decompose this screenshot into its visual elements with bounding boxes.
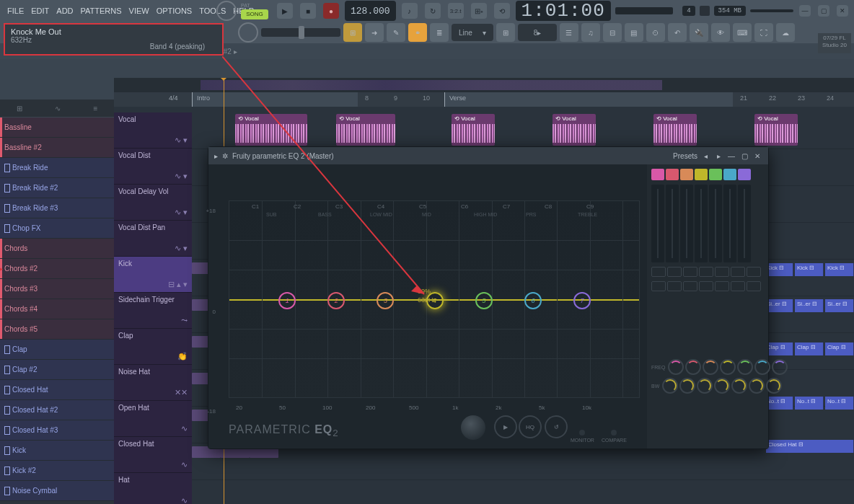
main-volume-knob[interactable]: [216, 1, 237, 21]
mixer-icon[interactable]: ⊟: [603, 23, 622, 42]
pattern-clip[interactable]: Clap ⊟: [825, 342, 854, 355]
audio-clip[interactable]: ⟲ Vocal: [235, 114, 307, 146]
paint-icon[interactable]: ✎: [387, 23, 405, 42]
eq-titlebar[interactable]: ▸ ✲ Fruity parametric EQ 2 (Master) Pres…: [208, 147, 768, 164]
playlist-button[interactable]: ⊞: [343, 23, 362, 42]
marker[interactable]: Intro: [192, 92, 358, 107]
menu-options[interactable]: OPTIONS: [154, 6, 195, 15]
rack-mode-switch[interactable]: ⊞∿≡: [0, 100, 114, 117]
band-type-button[interactable]: [666, 169, 679, 180]
eq-band-1[interactable]: 1: [278, 292, 296, 309]
band-knob[interactable]: [772, 359, 788, 375]
freq-knob-row[interactable]: [668, 359, 789, 375]
pattern-clip[interactable]: Kick ⊟: [765, 263, 793, 276]
band-gain-slider[interactable]: [709, 185, 722, 262]
rack-item[interactable]: Closed Hat #2: [0, 400, 114, 420]
stop-button[interactable]: ■: [300, 3, 316, 19]
eq-close-button[interactable]: ✕: [752, 151, 762, 161]
audio-clip[interactable]: ⟲ Vocal: [452, 114, 495, 146]
rack-item[interactable]: Bassline: [0, 118, 114, 138]
band-type-button[interactable]: [723, 169, 736, 180]
rack-item[interactable]: Kick #2: [0, 461, 114, 481]
pattern-clip[interactable]: Clap ⊟: [795, 342, 824, 355]
band-order-row[interactable]: [651, 267, 764, 277]
audio-clip[interactable]: ⟲ Vocal: [553, 114, 596, 146]
time-display-small[interactable]: 3:2.t: [448, 3, 464, 19]
band-knob[interactable]: [731, 378, 747, 394]
pattern-clip[interactable]: Si..er ⊟: [825, 299, 854, 312]
rack-item[interactable]: Closed Hat: [0, 380, 114, 400]
band-type-row[interactable]: [651, 169, 764, 180]
gear-icon[interactable]: ✲: [222, 152, 228, 160]
rack-item[interactable]: Break Ride #3: [0, 198, 114, 218]
track-header[interactable]: Vocal∿ ▾: [114, 112, 192, 149]
pattern-clip[interactable]: Kick ⊟: [795, 263, 824, 276]
rack-item[interactable]: Chords #5: [0, 319, 114, 340]
close-button[interactable]: ✕: [837, 5, 848, 17]
track-header[interactable]: Hat∿: [114, 473, 192, 504]
rack-item[interactable]: Chords #4: [0, 299, 114, 319]
rack-item[interactable]: Chords #2: [0, 259, 114, 279]
rack-item[interactable]: Break Ride #2: [0, 178, 114, 198]
rack-item[interactable]: Bassline #2: [0, 138, 114, 158]
band-knob[interactable]: [679, 378, 695, 394]
rack-item[interactable]: Clap #2: [0, 360, 114, 380]
audio-clip[interactable]: ⟲ Vocal: [336, 114, 395, 146]
pitch-knob[interactable]: [238, 22, 258, 43]
band-gain-sliders[interactable]: [651, 185, 764, 262]
band-knob[interactable]: [766, 378, 782, 394]
view-icon[interactable]: 👁: [711, 23, 730, 42]
band-type-button[interactable]: [709, 169, 722, 180]
eq-min-button[interactable]: —: [726, 151, 736, 161]
rack-item[interactable]: Chords: [0, 239, 114, 259]
pattern-clip[interactable]: Kick ⊟: [825, 263, 854, 276]
menu-view[interactable]: VIEW: [126, 6, 152, 15]
track-header[interactable]: Closed Hat∿: [114, 437, 192, 473]
rack-item[interactable]: Closed Hat #3: [0, 420, 114, 441]
band-knob[interactable]: [685, 359, 701, 375]
eq-band-5[interactable]: 5: [475, 292, 493, 309]
track-header[interactable]: Noise Hat✕✕: [114, 365, 192, 401]
eq-play-icon[interactable]: ▶: [494, 415, 517, 438]
rack-item[interactable]: Break Ride: [0, 158, 114, 178]
track-header[interactable]: Sidechain Trigger⤳: [114, 293, 192, 329]
rack-item[interactable]: Kick: [0, 441, 114, 461]
preset-next-icon[interactable]: ▸: [713, 151, 723, 161]
track-header[interactable]: Vocal Delay Vol∿ ▾: [114, 185, 192, 221]
countdown-icon[interactable]: ↻: [425, 3, 441, 19]
band-gain-slider[interactable]: [695, 185, 708, 262]
loop-record-icon[interactable]: ⟲: [494, 3, 510, 19]
tempo-display[interactable]: 128.000: [345, 1, 396, 21]
metronome-icon[interactable]: ♪: [402, 3, 418, 19]
band-knob[interactable]: [714, 378, 730, 394]
channel-rack-icon[interactable]: ☰: [560, 23, 578, 42]
band-knob[interactable]: [737, 359, 753, 375]
eq-reset-icon[interactable]: ↺: [545, 415, 568, 438]
cloud-icon[interactable]: ☁: [776, 23, 795, 42]
eq-presets-label[interactable]: Presets: [673, 152, 697, 160]
band-knob[interactable]: [662, 378, 678, 394]
eq-output-knob[interactable]: [461, 415, 485, 440]
track-header[interactable]: Open Hat∿: [114, 401, 192, 437]
link-icon[interactable]: ⚭: [408, 23, 427, 42]
stack-icon[interactable]: ≣: [430, 23, 449, 42]
band-enable-row[interactable]: [651, 281, 764, 291]
band-gain-slider[interactable]: [738, 185, 751, 262]
typing-kbd-icon[interactable]: ⌨: [733, 23, 752, 42]
eq-graph-panel[interactable]: 1234567 39%632Hz PARAMETRIC EQ2 ▶ HQ ↺ M…: [208, 164, 647, 448]
eq-band-3[interactable]: 3: [377, 292, 394, 309]
eq-max-button[interactable]: ▢: [739, 151, 749, 161]
song-mode-button[interactable]: SONG: [241, 9, 268, 19]
piano-roll-icon[interactable]: ♫: [581, 23, 600, 42]
band-gain-slider[interactable]: [723, 185, 736, 262]
close-all-icon[interactable]: ⛶: [754, 23, 773, 42]
menu-patterns[interactable]: PATTERNS: [78, 6, 125, 15]
tempo-tap-icon[interactable]: ⏲: [646, 23, 665, 42]
track-header[interactable]: Vocal Dist Pan∿ ▾: [114, 221, 192, 257]
bw-knob-row[interactable]: [662, 378, 783, 394]
eq-hq-button[interactable]: HQ: [519, 415, 542, 438]
band-type-button[interactable]: [651, 169, 664, 180]
audio-clip[interactable]: ⟲ Vocal: [653, 114, 697, 146]
plugin-icon[interactable]: 🔌: [690, 23, 708, 42]
band-knob[interactable]: [749, 378, 765, 394]
